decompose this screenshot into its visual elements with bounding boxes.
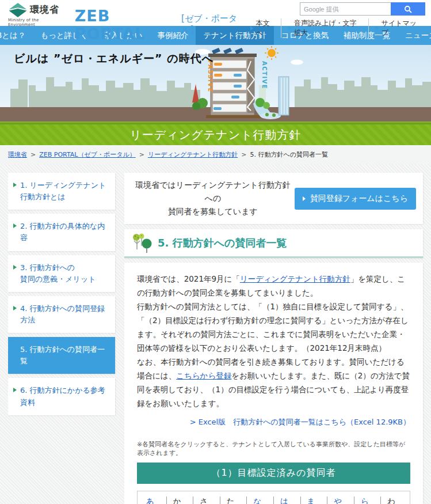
triangle-icon	[13, 265, 17, 270]
sidebar-item-2[interactable]: 2. 行動方針の具体的な内容	[8, 214, 115, 251]
breadcrumb-link-tenant-policy[interactable]: リーディングテナント行動方針	[148, 150, 238, 159]
utility-link-accessibility[interactable]: 音声読み上げ・文字拡大	[281, 18, 368, 38]
triangle-icon	[250, 26, 253, 31]
search-input[interactable]	[300, 2, 391, 16]
sidebar-item-label: 3. 行動方針への	[20, 263, 75, 272]
triangle-icon	[13, 183, 17, 187]
sidebar-item-1[interactable]: 1. リーディングテナント 行動方針とは	[8, 173, 115, 210]
kana-item-ta: た行	[220, 497, 247, 504]
triangle-icon	[13, 223, 17, 228]
active-label: ACTIVE	[261, 61, 268, 89]
body-box: 環境省では、2021年9月に「リーディングテナント行動方針」を策定し、この行動方…	[124, 263, 423, 504]
breadcrumb-separator: >	[241, 151, 246, 158]
sidebar-item-label: 4. 行動方針への賛同登録方法	[20, 303, 110, 326]
breadcrumb-separator: >	[139, 151, 144, 158]
note-text: ※各賛同者名をクリックすると、テナントとして入居している事業所数や、設定した目標…	[137, 440, 410, 457]
kana-item-ka: か行	[167, 497, 194, 504]
agency-name: 環境省	[30, 4, 59, 16]
section-heading: 5. 行動方針への賛同者一覧	[124, 229, 423, 258]
band-title: （1）目標設定済みの賛同者	[137, 463, 410, 484]
triangle-icon	[376, 26, 379, 31]
content-area: 1. リーディングテナント 行動方針とは 2. 行動方針の具体的な内容 3. 行…	[0, 164, 431, 504]
body-paragraphs: 環境省では、2021年9月に「リーディングテナント行動方針」を策定し、この行動方…	[137, 272, 410, 410]
sidebar-item-3[interactable]: 3. 行動方針への 賛同の意義・メリット	[8, 255, 115, 292]
register-here-link[interactable]: こちらから登録	[176, 371, 231, 380]
search-button[interactable]	[391, 2, 425, 16]
sidebar: 1. リーディングテナント 行動方針とは 2. 行動方針の具体的な内容 3. 行…	[8, 173, 115, 504]
breadcrumb-current: 5. 行動方針への賛同者一覧	[250, 150, 328, 159]
utility-link-skip[interactable]: 本文へ	[243, 18, 281, 38]
sidebar-item-4[interactable]: 4. 行動方針への賛同登録方法	[8, 296, 115, 333]
sidebar-item-label: 5. 行動方針への賛同者一覧	[20, 344, 110, 367]
breadcrumb-link-zeb-portal[interactable]: ZEB PORTAL（ゼブ・ポータル）	[39, 150, 135, 159]
kana-link-ya[interactable]: や行	[327, 497, 354, 504]
sidebar-item-5-active[interactable]: 5. 行動方針への賛同者一覧	[8, 337, 115, 374]
kana-link-na[interactable]: な行	[247, 497, 274, 504]
kana-nav: あ行 か行 さ行 た行 な行 は行 ま行 や行 ら行 わ行	[137, 491, 410, 504]
trees-icon	[131, 232, 152, 253]
moe-logo-icon	[8, 2, 28, 18]
excel-download-link[interactable]: > Excel版 行動方針への賛同者一覧はこちら（Excel 12.9KB）	[137, 417, 410, 427]
zeb-building	[206, 48, 261, 118]
triangle-icon	[13, 388, 17, 392]
site-search	[300, 2, 425, 16]
sidebar-item-6[interactable]: 6. 行動方針にかかる参考資料	[8, 378, 115, 415]
kana-item-sa: さ行	[193, 497, 220, 504]
triangle-icon	[13, 306, 17, 310]
moe-logo[interactable]: 環境省 Ministry of the Environment	[8, 2, 62, 27]
breadcrumb-link-moe[interactable]: 環境省	[8, 150, 27, 159]
triangle-icon	[13, 347, 17, 351]
sidebar-item-label: 賛同の意義・メリット	[20, 275, 96, 283]
site-title[interactable]: ZEB PORTAL [ゼブ・ポータル]	[75, 7, 243, 43]
register-form-button[interactable]: 賛同登録フォームはこちら	[295, 188, 416, 210]
page-title: リーディングテナント行動方針	[129, 127, 301, 143]
sidebar-item-label: 行動方針とは	[20, 192, 66, 201]
utility-link-label: 本文へ	[256, 18, 274, 38]
site-title-sub: [ゼブ・ポータル]	[181, 13, 243, 35]
sidebar-item-label: 1. リーディングテナント	[20, 181, 106, 190]
intro-text: 環境省ではリーディングテナント行動方針への 賛同者を募集しています	[131, 179, 295, 218]
breadcrumb-separator: >	[30, 151, 36, 158]
site-header: 環境省 Ministry of the Environment ZEB PORT…	[0, 0, 431, 26]
triangle-icon	[288, 26, 291, 31]
sidebar-item-label: 2. 行動方針の具体的な内容	[20, 221, 110, 244]
kana-link-a[interactable]: あ行	[140, 497, 167, 504]
hero-banner: PASSIVE ACTIVE ビルは ”ゼロ・エネルギー” の時代へ	[0, 45, 431, 124]
kana-link-ma[interactable]: ま行	[301, 497, 328, 504]
kana-item-wa: わ行	[381, 497, 407, 504]
agency-name-en: Ministry of the Environment	[8, 18, 62, 27]
section-title: 5. 行動方針への賛同者一覧	[158, 236, 287, 250]
page-banner: リーディングテナント行動方針	[0, 124, 431, 145]
main-column: 環境省ではリーディングテナント行動方針への 賛同者を募集しています 賛同登録フォ…	[124, 173, 423, 504]
site-title-main: ZEB PORTAL	[75, 7, 177, 43]
utility-link-label: 音声読み上げ・文字拡大	[294, 18, 361, 38]
nav-item-what-is-zeb[interactable]: ZEBとは？	[0, 26, 33, 45]
sidebar-item-label: 6. 行動方針にかかる参考資料	[20, 385, 110, 408]
hero-headline: ビルは ”ゼロ・エネルギー” の時代へ	[14, 51, 213, 66]
utility-link-sitemap[interactable]: サイトマップ	[368, 18, 425, 38]
kana-link-ha[interactable]: は行	[274, 497, 301, 504]
policy-link[interactable]: リーディングテナント行動方針	[240, 274, 350, 283]
utility-links: 本文へ 音声読み上げ・文字拡大 サイトマップ	[243, 18, 425, 38]
kana-link-ra[interactable]: ら行	[354, 497, 382, 504]
triangle-icon	[303, 196, 306, 201]
intro-box: 環境省ではリーディングテナント行動方針への 賛同者を募集しています 賛同登録フォ…	[124, 173, 423, 224]
breadcrumb: 環境省 > ZEB PORTAL（ゼブ・ポータル） > リーディングテナント行動…	[0, 145, 431, 164]
page: 環境省 Ministry of the Environment ZEB PORT…	[0, 0, 431, 504]
utility-link-label: サイトマップ	[382, 18, 418, 38]
search-icon	[404, 5, 412, 13]
